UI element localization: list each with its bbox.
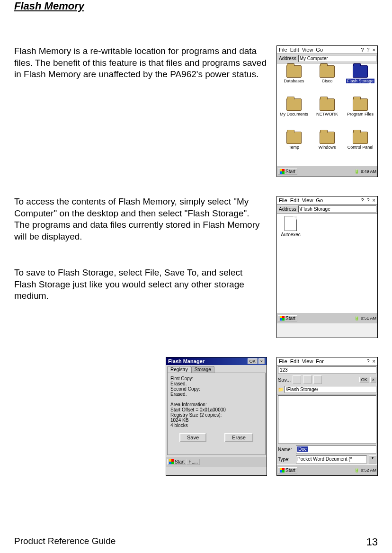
name-field[interactable]: Doc <box>296 446 376 454</box>
clock: 8:51 AM <box>361 316 376 321</box>
folder-control-panel[interactable]: Control Panel <box>344 132 376 164</box>
address-bar: Address My Computer <box>277 54 377 63</box>
menu-edit[interactable]: Edit <box>289 197 300 203</box>
menu-edit[interactable]: Edit <box>289 47 300 53</box>
tab-registry[interactable]: Registry <box>167 366 191 373</box>
doc-field[interactable]: 123 <box>278 366 376 374</box>
icon-grid: Databases Cisco Flash Storage My Documen… <box>277 63 377 166</box>
menu-help[interactable]: ? <box>365 358 370 364</box>
file-list-pane[interactable] <box>278 395 376 444</box>
page-title: Flash Memory <box>14 0 378 12</box>
menu-help[interactable]: ? <box>360 47 365 53</box>
menu-edit[interactable]: Edit <box>289 358 300 364</box>
document-icon <box>285 216 297 231</box>
type-field[interactable]: Pocket Word Document (* <box>296 455 367 464</box>
screenshot-my-computer: File Edit View Go ? ? × Address My Compu… <box>276 45 378 177</box>
taskbar: Start FL... <box>166 456 267 467</box>
screenshot-flash-manager: Flash Manager OK × Registry Storage Firs… <box>166 357 267 476</box>
system-tray: 🔋8:49 AM <box>354 169 376 174</box>
tabstrip: Registry Storage <box>166 365 267 373</box>
windows-logo-icon <box>280 169 285 174</box>
address-label: Address <box>278 56 297 61</box>
list-icon[interactable] <box>303 375 312 384</box>
address-value[interactable]: My Computer <box>298 55 376 62</box>
close-icon[interactable]: × <box>370 377 376 383</box>
folder-windows[interactable]: Windows <box>311 132 343 164</box>
folder-my-documents[interactable]: My Documents <box>278 98 310 131</box>
clock: 8:52 AM <box>361 468 376 473</box>
windows-logo-icon <box>280 316 285 321</box>
path-bar: 📁 \Flash Storage\ <box>277 385 377 394</box>
screenshot-flash-storage: File Edit View Go ? ? × Address \Flash S… <box>276 196 378 338</box>
menu-help[interactable]: ? <box>360 197 365 203</box>
details-icon[interactable] <box>313 375 322 384</box>
address-label: Address <box>278 206 297 212</box>
taskbar: Start 🔋8:49 AM <box>277 166 377 177</box>
paragraph-2: To access the contents of Flash Memory, … <box>14 196 267 267</box>
clock: 8:49 AM <box>361 169 376 174</box>
taskbar: Start 🔋8:52 AM <box>277 464 377 475</box>
menu-view[interactable]: View <box>301 47 314 53</box>
folder-flash-storage[interactable]: Flash Storage <box>344 65 376 98</box>
windows-logo-icon <box>169 459 174 464</box>
info-panel: First Copy: Erased. Second Copy: Erased.… <box>167 373 266 455</box>
menu-help2[interactable]: ? <box>365 47 370 53</box>
titlebar: Flash Manager OK × <box>166 357 267 365</box>
menubar: File Edit View For ? × <box>277 357 377 366</box>
folder-temp[interactable]: Temp <box>278 132 310 164</box>
name-label: Name: <box>278 447 294 452</box>
menu-for[interactable]: For <box>315 358 325 364</box>
close-icon[interactable]: × <box>258 358 265 364</box>
menu-file[interactable]: File <box>278 358 288 364</box>
address-value[interactable]: \Flash Storage <box>298 205 376 213</box>
window-title: Flash Manager <box>168 358 205 364</box>
system-tray: 🔋8:51 AM <box>354 316 376 321</box>
start-button[interactable]: Start <box>167 459 187 465</box>
screenshot-save-dialog: File Edit View For ? × 123 Sav... OK × 📁 <box>276 357 378 476</box>
menu-view[interactable]: View <box>301 358 314 364</box>
system-tray: 🔋8:52 AM <box>354 468 376 473</box>
menu-file[interactable]: File <box>278 47 288 53</box>
chevron-down-icon[interactable]: ▾ <box>369 455 376 464</box>
paragraph-1: Flash Memory is a re-writable location f… <box>14 45 267 177</box>
close-icon[interactable]: × <box>372 197 376 203</box>
menu-help2[interactable]: ? <box>365 197 370 203</box>
menubar: File Edit View Go ? ? × <box>277 46 377 54</box>
path-value[interactable]: \Flash Storage\ <box>285 386 376 393</box>
erase-button[interactable]: Erase <box>224 433 253 442</box>
menu-file[interactable]: File <box>278 197 288 203</box>
folder-network[interactable]: NETWORK <box>311 98 343 131</box>
menu-go[interactable]: Go <box>315 197 324 203</box>
up-icon[interactable] <box>293 375 301 384</box>
save-button[interactable]: Save <box>179 433 206 442</box>
close-icon[interactable]: × <box>372 358 376 364</box>
menu-view[interactable]: View <box>301 197 314 203</box>
footer-text: Product Reference Guide <box>14 536 116 548</box>
ok-button[interactable]: OK <box>359 377 369 383</box>
page-number: 13 <box>366 536 378 548</box>
file-autoexec[interactable]: Autoexec <box>279 216 303 237</box>
task-button[interactable]: FL... <box>187 459 200 465</box>
tab-storage[interactable]: Storage <box>191 366 214 373</box>
file-list: Autoexec <box>277 214 377 312</box>
taskbar: Start 🔋8:51 AM <box>277 312 377 323</box>
ok-button[interactable]: OK <box>248 358 258 364</box>
start-button[interactable]: Start <box>278 467 297 473</box>
folder-icon: 📁 <box>278 387 284 392</box>
type-label: Type: <box>278 457 294 462</box>
paragraph-3: To save to Flash Storage, select File, S… <box>14 267 267 338</box>
address-bar: Address \Flash Storage <box>277 205 377 214</box>
windows-logo-icon <box>280 468 285 473</box>
start-button[interactable]: Start <box>278 169 297 175</box>
folder-cisco[interactable]: Cisco <box>311 65 343 98</box>
folder-databases[interactable]: Databases <box>278 65 310 98</box>
folder-program-files[interactable]: Program Files <box>344 98 376 131</box>
close-icon[interactable]: × <box>372 47 376 53</box>
save-label: Sav... <box>278 377 291 383</box>
start-button[interactable]: Start <box>278 315 297 321</box>
page-footer: Product Reference Guide 13 <box>14 536 378 548</box>
menubar: File Edit View Go ? ? × <box>277 196 377 205</box>
menu-go[interactable]: Go <box>315 47 324 53</box>
